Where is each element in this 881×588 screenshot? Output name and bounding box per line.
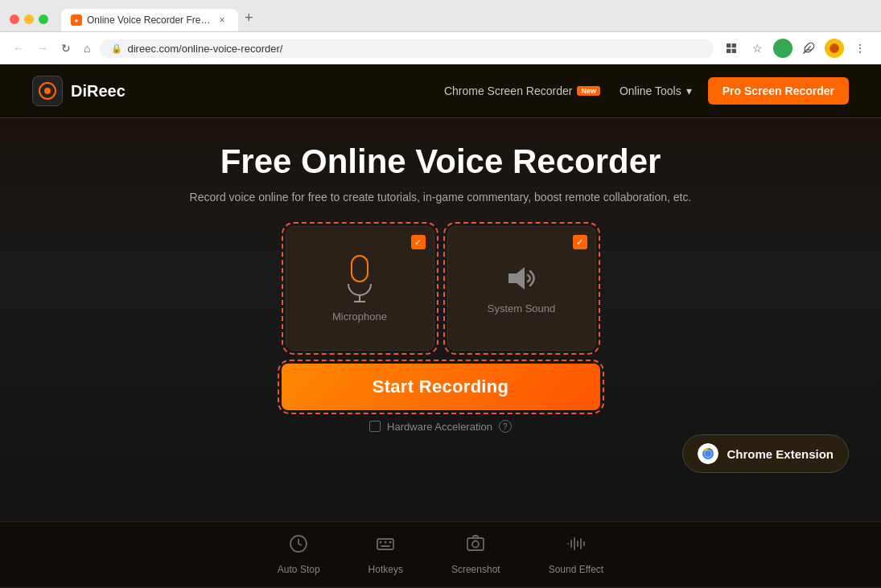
refresh-button[interactable]: ↻: [58, 39, 74, 58]
logo[interactable]: DiReec: [32, 76, 126, 106]
site-header: DiReec Chrome Screen Recorder New Online…: [0, 64, 881, 118]
chrome-recorder-link[interactable]: Chrome Screen Recorder New: [444, 84, 600, 97]
system-sound-check: ✓: [573, 235, 587, 249]
toolbar-icons: ☆ ⋮: [720, 37, 871, 60]
microphone-check: ✓: [411, 235, 426, 249]
profile-avatar-green: [773, 39, 792, 58]
svg-rect-3: [732, 49, 736, 53]
minimize-window-button[interactable]: [24, 14, 34, 24]
window-controls: [10, 14, 48, 24]
mic-foot: [354, 301, 365, 302]
extension-icon[interactable]: [720, 37, 743, 60]
star-button[interactable]: ☆: [746, 37, 768, 60]
tab-favicon-icon: [71, 14, 82, 26]
new-badge: New: [577, 86, 600, 96]
hotkeys-label: Hotkeys: [368, 564, 403, 575]
address-text: direec.com/online-voice-recorder/: [127, 43, 282, 55]
system-sound-icon: [504, 262, 539, 294]
auto-stop-feature[interactable]: Auto Stop: [278, 533, 320, 575]
mic-body: [351, 255, 368, 282]
menu-icon: ⋮: [854, 42, 866, 55]
hardware-acceleration-row: Hardware Acceleration ?: [369, 420, 512, 433]
screenshot-feature[interactable]: Screenshot: [451, 533, 500, 575]
online-tools-link[interactable]: Online Tools ▾: [620, 84, 692, 97]
back-button[interactable]: ←: [10, 39, 27, 58]
hotkeys-icon: [375, 533, 396, 559]
home-button[interactable]: ⌂: [80, 39, 93, 58]
svg-rect-0: [727, 43, 731, 47]
svg-marker-6: [508, 267, 525, 290]
logo-ring: [39, 82, 56, 100]
system-sound-option[interactable]: ✓ System Sound: [447, 226, 596, 351]
browser-chrome: Online Voice Recorder Free | × + ← → ↻ ⌂…: [0, 0, 881, 64]
close-window-button[interactable]: [10, 14, 19, 24]
address-bar-row: ← → ↻ ⌂ 🔒 direec.com/online-voice-record…: [0, 31, 881, 64]
profile-green[interactable]: [772, 37, 794, 60]
hero-section: Free Online Voice Recorder Record voice …: [0, 118, 881, 521]
recording-options: ✓ Microphone ✓: [286, 226, 596, 351]
profile-yellow[interactable]: [823, 37, 846, 60]
logo-icon: [32, 76, 63, 106]
auto-stop-icon: [288, 533, 309, 559]
mic-base: [348, 284, 372, 302]
hero-subtitle: Record voice online for free to create t…: [190, 191, 692, 204]
bottom-features: Auto Stop Hotkeys: [0, 521, 881, 586]
svg-rect-2: [727, 49, 731, 53]
microphone-icon: [348, 255, 372, 302]
forward-button[interactable]: →: [34, 39, 51, 58]
auto-stop-label: Auto Stop: [278, 564, 320, 575]
chrome-recorder-label: Chrome Screen Recorder: [444, 84, 573, 97]
maximize-window-button[interactable]: [39, 14, 48, 24]
pro-screen-recorder-button[interactable]: Pro Screen Recorder: [708, 77, 849, 105]
active-tab[interactable]: Online Voice Recorder Free | ×: [61, 9, 238, 31]
new-tab-button[interactable]: +: [238, 6, 260, 30]
logo-text: DiReec: [71, 82, 126, 101]
tab-bar: Online Voice Recorder Free | × +: [61, 6, 260, 31]
screenshot-label: Screenshot: [451, 564, 500, 575]
tab-title: Online Voice Recorder Free |: [87, 14, 211, 26]
svg-rect-12: [377, 539, 393, 549]
profile-avatar-yellow: [825, 39, 844, 58]
star-icon: ☆: [752, 42, 763, 55]
svg-rect-1: [732, 43, 736, 47]
menu-button[interactable]: ⋮: [849, 37, 871, 60]
start-recording-button[interactable]: Start Recording: [282, 364, 600, 410]
sound-effect-label: Sound Effect: [549, 564, 604, 575]
system-sound-label: System Sound: [488, 302, 556, 315]
address-bar[interactable]: 🔒 direec.com/online-voice-recorder/: [100, 39, 714, 58]
title-bar: Online Voice Recorder Free | × +: [0, 0, 881, 31]
svg-rect-17: [467, 538, 484, 550]
microphone-option[interactable]: ✓ Microphone: [286, 226, 434, 351]
hardware-acceleration-label: Hardware Acceleration: [387, 421, 492, 433]
svg-point-18: [472, 541, 479, 548]
page-title: Free Online Voice Recorder: [220, 142, 661, 181]
logo-dot: [44, 88, 51, 94]
chrome-extension-label: Chrome Extension: [727, 447, 834, 461]
sound-effect-feature[interactable]: Sound Effect: [549, 533, 604, 575]
hardware-acceleration-checkbox[interactable]: [369, 421, 381, 432]
online-tools-label: Online Tools: [620, 84, 681, 97]
nav-links: Chrome Screen Recorder New Online Tools …: [444, 84, 692, 97]
chrome-extension-button[interactable]: Chrome Extension: [682, 434, 849, 473]
microphone-label: Microphone: [332, 310, 387, 323]
screenshot-icon: [465, 533, 486, 559]
chevron-down-icon: ▾: [686, 84, 692, 97]
hardware-help-icon[interactable]: ?: [499, 420, 512, 433]
tab-close-button[interactable]: ×: [216, 14, 228, 27]
hotkeys-feature[interactable]: Hotkeys: [368, 533, 403, 575]
extensions-puzzle-button[interactable]: [797, 37, 820, 60]
lock-icon: 🔒: [111, 43, 122, 54]
website: DiReec Chrome Screen Recorder New Online…: [0, 64, 881, 586]
sound-effect-icon: [566, 533, 587, 559]
mic-arch: [348, 284, 372, 296]
start-recording-wrapper: Start Recording: [282, 364, 600, 410]
svg-point-10: [705, 450, 711, 457]
